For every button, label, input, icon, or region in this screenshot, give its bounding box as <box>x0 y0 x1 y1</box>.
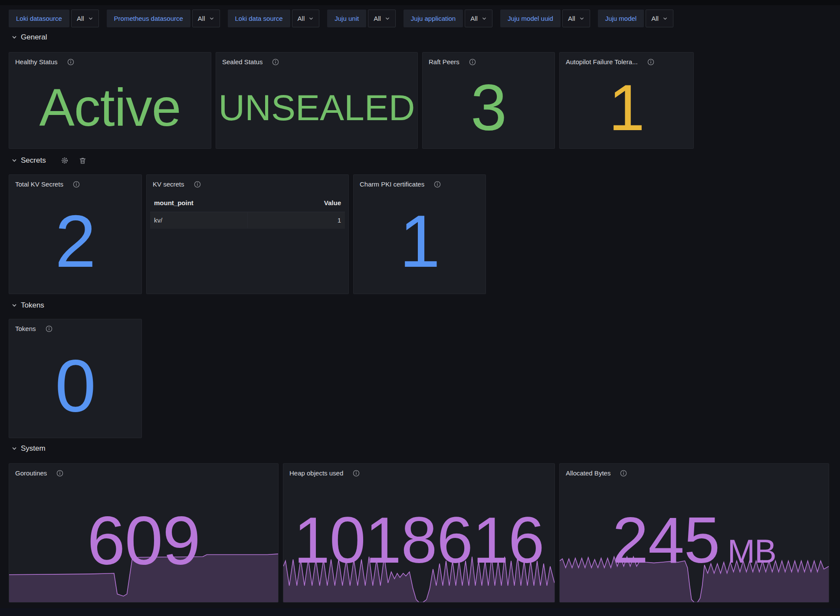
variable-filter: Juju applicationAll <box>404 10 492 27</box>
panel-header[interactable]: Healthy Status <box>9 52 211 66</box>
variable-value-dropdown[interactable]: All <box>368 10 396 27</box>
panel-header[interactable]: Charm PKI certificates <box>354 175 486 188</box>
chevron-down-icon <box>88 16 93 21</box>
chevron-down-icon <box>11 34 17 40</box>
variable-label: Juju model <box>598 10 644 27</box>
info-circle-icon[interactable] <box>67 59 74 66</box>
panel-title: Heap objects used <box>289 469 343 477</box>
info-circle-icon[interactable] <box>272 59 279 66</box>
stat-value: 245 <box>612 508 719 573</box>
panel-title: Charm PKI certificates <box>360 180 424 188</box>
stat-unit: MB <box>728 535 776 568</box>
stat-value: 3 <box>423 66 555 148</box>
panel-total-kv-secrets: Total KV Secrets 2 <box>9 174 142 294</box>
stat-value: Active <box>9 66 211 148</box>
bottom-strip <box>0 608 840 616</box>
panel-heap-objects-used: Heap objects used 1018616 <box>283 463 555 603</box>
chevron-down-icon <box>482 16 487 21</box>
panel-charm-pki-certificates: Charm PKI certificates 1 <box>353 174 486 294</box>
trash-icon[interactable] <box>79 157 86 164</box>
variable-value-dropdown[interactable]: All <box>292 10 320 27</box>
chevron-down-icon <box>663 16 668 21</box>
column-header-value[interactable]: Value <box>248 199 341 206</box>
column-header-mount-point[interactable]: mount_point <box>154 199 248 206</box>
variable-value-dropdown[interactable]: All <box>562 10 590 27</box>
stat-value-group: 245 MB <box>560 478 829 602</box>
stat-value: 1 <box>354 189 486 294</box>
variable-label: Prometheus datasource <box>107 10 190 27</box>
info-circle-icon[interactable] <box>194 181 201 188</box>
panel-header[interactable]: Allocated Bytes <box>560 464 829 477</box>
panel-header[interactable]: Total KV Secrets <box>9 175 141 188</box>
variable-selected-value: All <box>568 15 575 22</box>
info-circle-icon[interactable] <box>647 59 654 66</box>
variable-filter: Loki data sourceAll <box>228 10 320 27</box>
chevron-down-icon <box>579 16 584 21</box>
chevron-down-icon <box>385 16 390 21</box>
stat-value: 609 <box>9 478 278 602</box>
panel-header[interactable]: Sealed Status <box>216 52 417 66</box>
section-header-general[interactable]: General <box>11 33 47 42</box>
stat-value: 0 <box>9 333 141 438</box>
section-title: Secrets <box>21 156 46 165</box>
info-circle-icon[interactable] <box>434 181 441 188</box>
table-header[interactable]: mount_point Value <box>150 195 345 212</box>
stat-value: UNSEALED <box>216 66 417 148</box>
top-strip <box>0 0 840 5</box>
dashboard-variables-bar: Loki datasourceAllPrometheus datasourceA… <box>9 10 673 27</box>
panel-kv-secrets-table: KV secrets mount_point Value kv/1 <box>146 174 349 294</box>
info-circle-icon[interactable] <box>469 59 476 66</box>
panel-title: Sealed Status <box>222 58 262 66</box>
panel-header[interactable]: KV secrets <box>147 175 348 188</box>
panel-tokens: Tokens 0 <box>9 319 142 438</box>
panel-title: Tokens <box>15 325 36 332</box>
variable-label: Loki datasource <box>9 10 69 27</box>
variable-selected-value: All <box>77 15 84 22</box>
chevron-down-icon <box>308 16 314 21</box>
panel-title: Allocated Bytes <box>566 469 610 477</box>
gear-icon[interactable] <box>61 157 69 164</box>
variable-value-dropdown[interactable]: All <box>646 10 673 27</box>
panel-header[interactable]: Tokens <box>9 319 141 332</box>
stat-value: 2 <box>9 189 141 294</box>
panel-title: KV secrets <box>153 180 184 188</box>
variable-filter: Juju unitAll <box>327 10 396 27</box>
panel-goroutines: Goroutines 609 <box>9 463 279 603</box>
variable-filter: Juju model uuidAll <box>500 10 590 27</box>
panel-title: Total KV Secrets <box>15 180 63 188</box>
stat-value: 1018616 <box>283 478 555 602</box>
variable-selected-value: All <box>374 15 381 22</box>
variable-value-dropdown[interactable]: All <box>71 10 99 27</box>
variable-filter: Prometheus datasourceAll <box>107 10 220 27</box>
panel-header[interactable]: Goroutines <box>9 464 278 477</box>
info-circle-icon[interactable] <box>46 325 52 332</box>
section-title: Tokens <box>21 301 44 310</box>
variable-value-dropdown[interactable]: All <box>465 10 492 27</box>
panel-raft-peers: Raft Peers 3 <box>422 52 555 149</box>
info-circle-icon[interactable] <box>73 181 80 188</box>
panel-sealed-status: Sealed Status UNSEALED <box>216 52 418 149</box>
panel-title: Healthy Status <box>15 58 58 66</box>
info-circle-icon[interactable] <box>56 470 63 477</box>
section-header-secrets[interactable]: Secrets <box>11 156 86 165</box>
variable-filter: Loki datasourceAll <box>9 10 99 27</box>
variable-value-dropdown[interactable]: All <box>192 10 220 27</box>
section-header-system[interactable]: System <box>11 444 46 453</box>
variable-selected-value: All <box>198 15 205 22</box>
panel-header[interactable]: Autopilot Failure Tolera... <box>560 52 693 66</box>
chevron-down-icon <box>11 446 17 452</box>
variable-selected-value: All <box>470 15 478 22</box>
kv-secrets-table: mount_point Value kv/1 <box>150 195 345 229</box>
chevron-down-icon <box>209 16 214 21</box>
panel-allocated-bytes: Allocated Bytes 245 MB <box>559 463 829 603</box>
panel-header[interactable]: Heap objects used <box>283 464 555 477</box>
variable-label: Loki data source <box>228 10 290 27</box>
section-header-tokens[interactable]: Tokens <box>11 301 44 310</box>
info-circle-icon[interactable] <box>353 470 360 477</box>
info-circle-icon[interactable] <box>620 470 627 477</box>
panel-header[interactable]: Raft Peers <box>423 52 555 66</box>
grafana-dashboard: Loki datasourceAllPrometheus datasourceA… <box>0 0 840 616</box>
panel-title: Goroutines <box>15 469 47 477</box>
section-title: System <box>21 444 46 453</box>
table-row: kv/1 <box>150 212 345 229</box>
